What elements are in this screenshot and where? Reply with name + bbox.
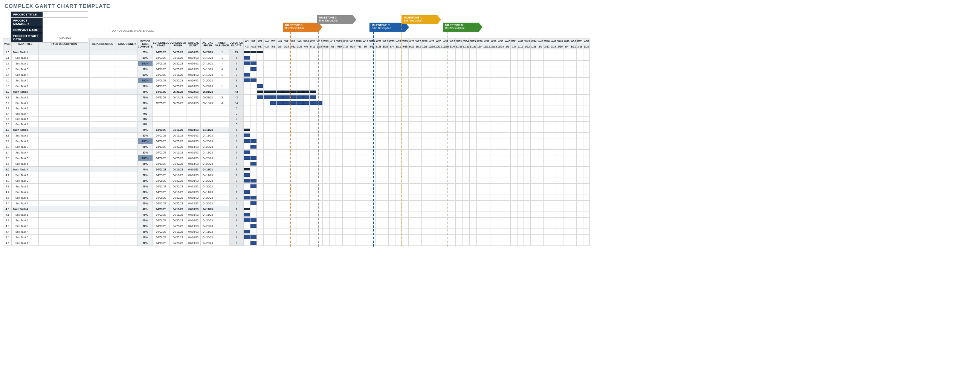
cell-pct-complete[interactable]: 70%: [138, 212, 153, 217]
gantt-cell[interactable]: [490, 138, 497, 144]
gantt-cell[interactable]: [456, 206, 463, 212]
gantt-cell[interactable]: [524, 144, 531, 150]
gantt-cell[interactable]: [524, 235, 531, 240]
gantt-cell[interactable]: [310, 138, 317, 144]
week-header[interactable]: W48: [557, 39, 563, 44]
gantt-cell[interactable]: [504, 138, 511, 144]
gantt-cell[interactable]: [537, 138, 544, 144]
gantt-cell[interactable]: [463, 55, 470, 61]
gantt-cell[interactable]: [449, 117, 456, 122]
cell-pct-complete[interactable]: 100%: [138, 61, 153, 66]
gantt-cell[interactable]: [250, 138, 257, 144]
gantt-cell[interactable]: [283, 89, 290, 95]
gantt-cell[interactable]: [402, 111, 409, 117]
gantt-cell[interactable]: [257, 189, 264, 195]
gantt-cell[interactable]: [263, 72, 270, 78]
gantt-cell[interactable]: [570, 78, 577, 83]
gantt-cell[interactable]: [382, 240, 389, 246]
gantt-cell[interactable]: [257, 111, 264, 117]
cell-sched-start[interactable]: 04/13/23: [153, 223, 170, 229]
gantt-cell[interactable]: [270, 111, 277, 117]
gantt-cell[interactable]: [476, 61, 483, 66]
gantt-cell[interactable]: [557, 161, 563, 167]
cell-task-owner[interactable]: [116, 201, 138, 206]
gantt-cell[interactable]: [517, 72, 524, 78]
gantt-cell[interactable]: [277, 55, 283, 61]
gantt-cell[interactable]: [544, 178, 550, 184]
gantt-cell[interactable]: [557, 212, 563, 217]
gantt-cell[interactable]: [470, 155, 477, 161]
gantt-cell[interactable]: [511, 167, 517, 172]
gantt-cell[interactable]: [583, 66, 590, 72]
cell-pct-complete[interactable]: 50%: [138, 229, 153, 235]
cell-pct-complete[interactable]: 0%: [138, 111, 153, 117]
gantt-cell[interactable]: [490, 89, 497, 95]
cell-wbs[interactable]: 1.2: [3, 61, 12, 66]
col-header[interactable]: TASK OWNER: [116, 39, 138, 50]
gantt-cell[interactable]: [250, 206, 257, 212]
gantt-cell[interactable]: [557, 167, 563, 172]
gantt-cell[interactable]: [389, 83, 396, 89]
gantt-cell[interactable]: [524, 223, 531, 229]
gantt-cell[interactable]: [382, 83, 389, 89]
gantt-cell[interactable]: [422, 150, 428, 155]
gantt-cell[interactable]: [570, 195, 577, 201]
gantt-cell[interactable]: [517, 172, 524, 178]
gantt-cell[interactable]: [270, 122, 277, 127]
gantt-cell[interactable]: [303, 217, 310, 223]
gantt-cell[interactable]: [389, 195, 396, 201]
gantt-cell[interactable]: [356, 178, 362, 184]
gantt-cell[interactable]: [570, 172, 577, 178]
week-header[interactable]: W16: [342, 39, 349, 44]
gantt-cell[interactable]: [277, 235, 283, 240]
gantt-cell[interactable]: [402, 201, 409, 206]
gantt-cell[interactable]: [537, 78, 544, 83]
gantt-cell[interactable]: [570, 240, 577, 246]
gantt-cell[interactable]: [349, 206, 356, 212]
cell-dependencies[interactable]: [90, 229, 116, 235]
gantt-cell[interactable]: [456, 111, 463, 117]
gantt-cell[interactable]: [303, 184, 310, 189]
gantt-cell[interactable]: [577, 217, 584, 223]
week-header[interactable]: W46: [544, 39, 550, 44]
gantt-cell[interactable]: [323, 61, 329, 66]
cell-actual-start[interactable]: [186, 106, 201, 111]
cell-task-owner[interactable]: [116, 195, 138, 201]
gantt-cell[interactable]: [342, 144, 349, 150]
cell-wbs[interactable]: 2.1: [3, 95, 12, 100]
cell-actual-finish[interactable]: 04/11/23: [201, 172, 215, 178]
gantt-cell[interactable]: [356, 72, 362, 78]
gantt-cell[interactable]: [375, 240, 382, 246]
gantt-cell[interactable]: [442, 117, 449, 122]
gantt-cell[interactable]: [456, 201, 463, 206]
gantt-cell[interactable]: [504, 212, 511, 217]
gantt-cell[interactable]: [323, 229, 329, 235]
gantt-cell[interactable]: [577, 189, 584, 195]
gantt-cell[interactable]: [257, 122, 264, 127]
gantt-cell[interactable]: [442, 195, 449, 201]
gantt-cell[interactable]: [389, 66, 396, 72]
gantt-cell[interactable]: [524, 78, 531, 83]
gantt-cell[interactable]: [263, 138, 270, 144]
gantt-cell[interactable]: [323, 155, 329, 161]
gantt-cell[interactable]: [263, 223, 270, 229]
gantt-cell[interactable]: [270, 89, 277, 95]
gantt-cell[interactable]: [442, 61, 449, 66]
gantt-cell[interactable]: [303, 133, 310, 138]
gantt-cell[interactable]: [349, 50, 356, 55]
cell-finish-variance[interactable]: 1: [215, 83, 229, 89]
gantt-cell[interactable]: [303, 206, 310, 212]
cell-duration[interactable]: 7: [229, 133, 244, 138]
gantt-cell[interactable]: [504, 127, 511, 133]
gantt-cell[interactable]: [550, 235, 557, 240]
gantt-cell[interactable]: [270, 50, 277, 55]
gantt-cell[interactable]: [296, 61, 303, 66]
cell-dependencies[interactable]: [90, 72, 116, 78]
gantt-cell[interactable]: [402, 127, 409, 133]
cell-task-desc[interactable]: [39, 89, 90, 95]
cell-actual-start[interactable]: 04/03/23: [186, 50, 201, 55]
cell-task-title[interactable]: Sub Task 1: [12, 172, 39, 178]
gantt-cell[interactable]: [476, 223, 483, 229]
gantt-cell[interactable]: [524, 206, 531, 212]
gantt-cell[interactable]: [415, 127, 422, 133]
